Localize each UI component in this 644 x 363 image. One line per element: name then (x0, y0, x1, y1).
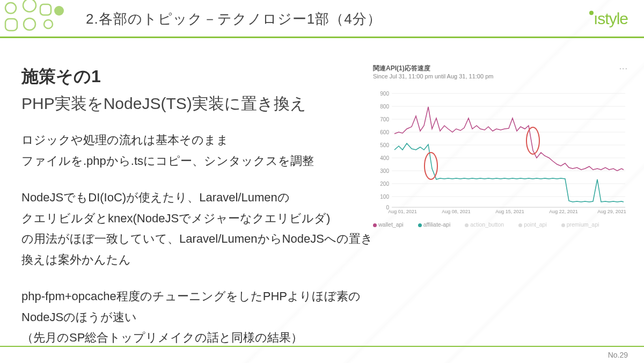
chart-subtitle: Since Jul 31, 11:00 pm until Aug 31, 11:… (373, 73, 628, 79)
company-logo: ıstyle (589, 10, 628, 28)
svg-text:500: 500 (380, 142, 389, 148)
svg-text:Aug 29, 2021: Aug 29, 2021 (597, 209, 626, 214)
annotation-circle-1 (425, 153, 437, 179)
svg-text:Aug 22, 2021: Aug 22, 2021 (549, 209, 578, 214)
y-axis-labels: 900 800 700 600 500 400 300 200 100 0 (380, 91, 389, 210)
svg-text:Aug 15, 2021: Aug 15, 2021 (495, 209, 524, 214)
slide-content: 施策その1 PHP実装をNodeJS(TS)実装に置き換え ロジックや処理の流れ… (0, 38, 644, 359)
svg-text:900: 900 (380, 91, 389, 97)
slide-footer: No.29 (0, 346, 644, 363)
svg-text:700: 700 (380, 117, 389, 122)
chart-legend: wallet_api affiliate-api action_button p… (373, 221, 628, 228)
series-wallet-api (394, 107, 624, 171)
body-text: ロジックや処理の流れは基本そのまま ファイルを.phpから.tsにコピー、シンタ… (21, 130, 376, 349)
chart-plot-area: 900 800 700 600 500 400 300 200 100 0 Au… (373, 83, 628, 217)
para-4: クエリビルダとknex(NodeJSでメジャーなクエリビルダ) (21, 208, 376, 229)
series-affiliate-api (394, 143, 624, 202)
annotations (425, 127, 539, 179)
svg-text:Aug 01, 2021: Aug 01, 2021 (388, 209, 417, 214)
para-2: ファイルを.phpから.tsにコピー、シンタックスを調整 (21, 151, 376, 172)
para-3: NodeJSでもDI(IoC)が使えたり、Laravel/Lumenの (21, 187, 376, 208)
para-1: ロジックや処理の流れは基本そのまま (21, 130, 376, 151)
series (394, 107, 624, 202)
chart-menu-icon[interactable]: ··· (619, 64, 628, 74)
x-axis-labels: Aug 01, 2021 Aug 08, 2021 Aug 15, 2021 A… (388, 209, 626, 214)
response-time-chart: 関連API(1)応答速度 Since Jul 31, 11:00 pm unti… (373, 64, 628, 228)
para-5: の用法がほぼ一致していて、Laravel/LumenからNodeJSへの置き換え… (21, 229, 376, 270)
slide-header: 2.各部のトピック－テクノロジー1部（4分） ıstyle (0, 0, 644, 38)
svg-text:300: 300 (380, 168, 389, 174)
svg-text:800: 800 (380, 104, 389, 110)
svg-text:400: 400 (380, 155, 389, 161)
svg-text:100: 100 (380, 194, 389, 200)
para-6: php-fpm+opcache程度のチューニングをしたPHPよりほぼ素のNode… (21, 286, 376, 328)
para-7: （先月のSP総合トップリメイクの話と同様の結果） (21, 328, 376, 349)
gridlines (392, 93, 625, 207)
chart-title: 関連API(1)応答速度 (373, 64, 628, 73)
page-number: No.29 (608, 351, 628, 359)
slide-title: 2.各部のトピック－テクノロジー1部（4分） (86, 10, 628, 28)
svg-text:600: 600 (380, 129, 389, 135)
svg-text:Aug 08, 2021: Aug 08, 2021 (442, 209, 471, 214)
svg-text:200: 200 (380, 181, 389, 187)
